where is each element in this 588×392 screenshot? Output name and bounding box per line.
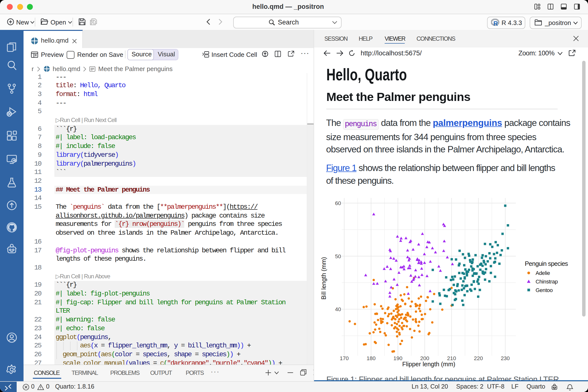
svg-text:Gentoo: Gentoo	[536, 287, 553, 293]
svg-text:60: 60	[335, 200, 341, 206]
svg-text:230: 230	[501, 355, 510, 362]
svg-text:190: 190	[394, 355, 402, 362]
svg-text:40: 40	[335, 306, 341, 312]
svg-text:Adelie: Adelie	[536, 270, 550, 276]
svg-text:180: 180	[366, 355, 376, 362]
svg-text:Chinstrap: Chinstrap	[536, 278, 558, 285]
svg-text:Penguin species: Penguin species	[525, 260, 568, 267]
svg-text:170: 170	[340, 355, 349, 362]
svg-text:50: 50	[335, 253, 341, 260]
svg-text:R: R	[493, 20, 498, 26]
svg-text:220: 220	[474, 355, 483, 362]
svg-text:Bill length (mm): Bill length (mm)	[320, 257, 327, 300]
svg-text:Flipper length (mm): Flipper length (mm)	[402, 361, 456, 368]
